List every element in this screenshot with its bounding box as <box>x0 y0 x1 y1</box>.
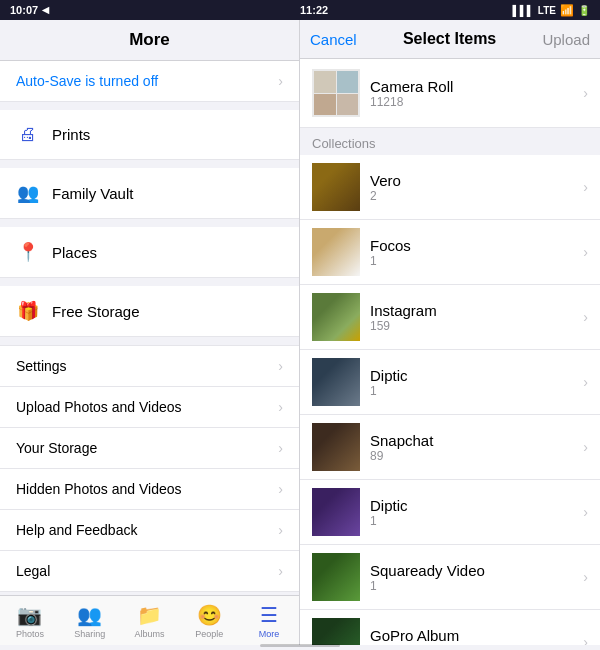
menu-item-family-vault[interactable]: 👥 Family Vault <box>0 168 299 219</box>
upload-photos-row[interactable]: Upload Photos and Videos › <box>0 387 299 428</box>
right-time: 11:22 <box>300 4 328 16</box>
squaready-thumb <box>312 553 360 601</box>
focos-chevron: › <box>583 244 588 260</box>
album-row-instagram[interactable]: Instagram 159 › <box>300 285 600 350</box>
divider-2 <box>0 160 299 168</box>
gopro-thumb <box>312 618 360 645</box>
left-header-title: More <box>129 30 170 49</box>
cancel-button[interactable]: Cancel <box>310 31 357 48</box>
home-indicator <box>0 645 600 650</box>
album-row-focos[interactable]: Focos 1 › <box>300 220 600 285</box>
album-row-gopro[interactable]: GoPro Album 0 › <box>300 610 600 645</box>
select-items-title: Select Items <box>403 30 496 48</box>
divider-1 <box>0 102 299 110</box>
legal-chevron: › <box>278 563 283 579</box>
people-tab-label: People <box>195 629 223 639</box>
settings-chevron: › <box>278 358 283 374</box>
snapchat-title: Snapchat <box>370 432 583 449</box>
places-label: Places <box>52 244 97 261</box>
tab-bar: 📷 Photos 👥 Sharing 📁 Albums 😊 People ☰ M… <box>0 595 299 645</box>
album-row-squaready[interactable]: Squaready Video 1 › <box>300 545 600 610</box>
instagram-count: 159 <box>370 319 583 333</box>
auto-save-row[interactable]: Auto-Save is turned off › <box>0 61 299 102</box>
left-header: More <box>0 20 299 61</box>
vero-thumb <box>312 163 360 211</box>
gopro-title: GoPro Album <box>370 627 583 644</box>
diptic2-thumb <box>312 488 360 536</box>
diptic2-title: Diptic <box>370 497 583 514</box>
diptic1-count: 1 <box>370 384 583 398</box>
album-row-diptic2[interactable]: Diptic 1 › <box>300 480 600 545</box>
left-time: 10:07 <box>10 4 38 16</box>
divider-5 <box>0 337 299 345</box>
albums-tab-label: Albums <box>134 629 164 639</box>
legal-row[interactable]: Legal › <box>0 551 299 592</box>
your-storage-row[interactable]: Your Storage › <box>0 428 299 469</box>
tab-sharing[interactable]: 👥 Sharing <box>60 603 120 639</box>
left-panel: More Auto-Save is turned off › 🖨 Prints … <box>0 20 300 645</box>
home-bar <box>260 644 340 647</box>
album-row-vero[interactable]: Vero 2 › <box>300 155 600 220</box>
right-content: Camera Roll 11218 › Collections Vero 2 › <box>300 59 600 645</box>
diptic1-thumb <box>312 358 360 406</box>
tab-more[interactable]: ☰ More <box>239 603 299 639</box>
help-feedback-chevron: › <box>278 522 283 538</box>
help-feedback-label: Help and Feedback <box>16 522 137 538</box>
family-vault-icon: 👥 <box>16 182 40 204</box>
hidden-photos-label: Hidden Photos and Videos <box>16 481 182 497</box>
snapchat-count: 89 <box>370 449 583 463</box>
vero-title: Vero <box>370 172 583 189</box>
people-tab-icon: 😊 <box>197 603 222 627</box>
instagram-chevron: › <box>583 309 588 325</box>
settings-section: Settings › Upload Photos and Videos › Yo… <box>0 345 299 592</box>
auto-save-chevron: › <box>278 73 283 89</box>
prints-label: Prints <box>52 126 90 143</box>
left-content: Auto-Save is turned off › 🖨 Prints 👥 Fam… <box>0 61 299 595</box>
tab-people[interactable]: 😊 People <box>179 603 239 639</box>
left-indicator: ◀ <box>42 5 49 15</box>
album-row-snapchat[interactable]: Snapchat 89 › <box>300 415 600 480</box>
settings-row[interactable]: Settings › <box>0 346 299 387</box>
camera-roll-row[interactable]: Camera Roll 11218 › <box>300 59 600 128</box>
your-storage-chevron: › <box>278 440 283 456</box>
squaready-count: 1 <box>370 579 583 593</box>
free-storage-icon: 🎁 <box>16 300 40 322</box>
hidden-photos-row[interactable]: Hidden Photos and Videos › <box>0 469 299 510</box>
family-vault-label: Family Vault <box>52 185 133 202</box>
sharing-tab-label: Sharing <box>74 629 105 639</box>
snapchat-chevron: › <box>583 439 588 455</box>
divider-3 <box>0 219 299 227</box>
menu-item-prints[interactable]: 🖨 Prints <box>0 110 299 160</box>
lte-icon: LTE <box>538 5 556 16</box>
upload-button[interactable]: Upload <box>542 31 590 48</box>
help-feedback-row[interactable]: Help and Feedback › <box>0 510 299 551</box>
photos-tab-label: Photos <box>16 629 44 639</box>
tab-photos[interactable]: 📷 Photos <box>0 603 60 639</box>
divider-4 <box>0 278 299 286</box>
focos-title: Focos <box>370 237 583 254</box>
diptic1-title: Diptic <box>370 367 583 384</box>
album-row-diptic1[interactable]: Diptic 1 › <box>300 350 600 415</box>
squaready-title: Squaready Video <box>370 562 583 579</box>
places-icon: 📍 <box>16 241 40 263</box>
menu-item-places[interactable]: 📍 Places <box>0 227 299 278</box>
hidden-photos-chevron: › <box>278 481 283 497</box>
camera-roll-chevron: › <box>583 85 588 101</box>
camera-roll-count: 11218 <box>370 95 583 109</box>
tab-albums[interactable]: 📁 Albums <box>120 603 180 639</box>
focos-count: 1 <box>370 254 583 268</box>
left-status-bar: 10:07 ◀ <box>0 4 300 16</box>
menu-item-free-storage[interactable]: 🎁 Free Storage <box>0 286 299 337</box>
squaready-chevron: › <box>583 569 588 585</box>
albums-tab-icon: 📁 <box>137 603 162 627</box>
wifi-icon: 📶 <box>560 4 574 17</box>
instagram-thumb <box>312 293 360 341</box>
right-header: Cancel Select Items Upload <box>300 20 600 59</box>
your-storage-label: Your Storage <box>16 440 97 456</box>
right-status-bar: 11:22 ▌▌▌ LTE 📶 🔋 <box>300 4 600 17</box>
legal-label: Legal <box>16 563 50 579</box>
more-tab-label: More <box>259 629 280 639</box>
snapchat-thumb <box>312 423 360 471</box>
auto-save-text: Auto-Save is turned off <box>16 73 158 89</box>
right-status-icons: ▌▌▌ LTE 📶 🔋 <box>513 4 590 17</box>
